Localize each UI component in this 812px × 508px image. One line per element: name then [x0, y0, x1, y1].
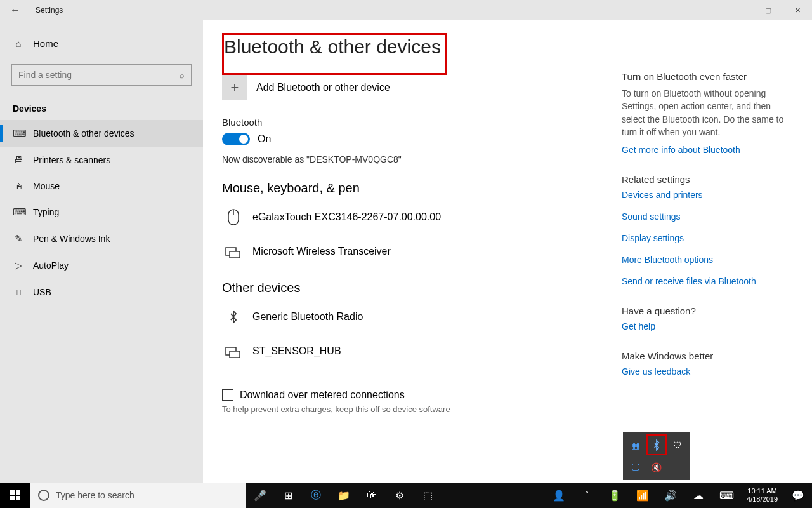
- home-icon: ⌂: [13, 38, 24, 49]
- nav-item-label: Pen & Windows Ink: [33, 234, 110, 244]
- svg-rect-6: [10, 490, 15, 495]
- minimize-button[interactable]: —: [724, 0, 754, 20]
- bluetooth-toggle[interactable]: [222, 133, 250, 145]
- link-more-bluetooth-options[interactable]: More Bluetooth options: [622, 255, 793, 265]
- link-send-receive-bluetooth[interactable]: Send or receive files via Bluetooth: [622, 276, 793, 286]
- discoverable-text: Now discoverable as "DESKTOP-MV0QGC8": [222, 154, 622, 164]
- svg-rect-3: [230, 251, 240, 258]
- titlebar: ← Settings — ▢ ✕: [0, 0, 812, 20]
- nav-autoplay[interactable]: ▷ AutoPlay: [0, 252, 203, 279]
- link-display-settings[interactable]: Display settings: [622, 233, 793, 243]
- metered-label: Download over metered connections: [240, 389, 405, 401]
- tray-volume-icon[interactable]: 🔇: [646, 457, 666, 478]
- mouse-icon: 🖱: [13, 180, 24, 191]
- link-sound-settings[interactable]: Sound settings: [622, 211, 793, 222]
- action-center-icon[interactable]: 💬: [784, 483, 812, 508]
- highlight-box: Bluetooth & other devices: [222, 33, 447, 75]
- mouse-icon: [225, 208, 242, 226]
- battery-icon[interactable]: 🔋: [601, 483, 629, 508]
- tray-bluetooth-icon[interactable]: [646, 434, 666, 455]
- feedback-title: Make Windows better: [622, 351, 793, 361]
- related-title: Related settings: [622, 174, 793, 185]
- file-explorer-icon[interactable]: 📁: [330, 483, 358, 508]
- transceiver-icon: [225, 243, 242, 260]
- right-column: Turn on Bluetooth even faster To turn on…: [622, 33, 793, 483]
- tray-popup: ▦ 🛡 🖵 🔇: [623, 432, 690, 480]
- device-label: Microsoft Wireless Transceiver: [252, 246, 391, 257]
- device-sensor-hub[interactable]: ST_SENSOR_HUB: [222, 337, 622, 371]
- input-icon[interactable]: ⌨: [712, 483, 740, 508]
- onedrive-icon[interactable]: ☁: [684, 483, 712, 508]
- autoplay-icon: ▷: [13, 260, 24, 271]
- store-icon[interactable]: 🛍: [358, 483, 386, 508]
- svg-rect-8: [10, 496, 15, 500]
- nav-home[interactable]: ⌂ Home: [0, 32, 203, 55]
- sidebar: ⌂ Home ⌕ Devices ⌨ Bluetooth & other dev…: [0, 20, 203, 483]
- settings-app-icon[interactable]: ⚙: [386, 483, 414, 508]
- svg-rect-7: [16, 490, 20, 495]
- tray-chevron-icon[interactable]: ˄: [573, 483, 601, 508]
- volume-icon[interactable]: 🔊: [657, 483, 684, 508]
- taskbar-search[interactable]: Type here to search: [30, 483, 246, 508]
- start-button[interactable]: [0, 483, 30, 508]
- nav-mouse[interactable]: 🖱 Mouse: [0, 173, 203, 199]
- pen-icon: ✎: [13, 233, 24, 244]
- nav-item-label: AutoPlay: [33, 260, 69, 271]
- maximize-button[interactable]: ▢: [754, 0, 783, 20]
- tip-title: Turn on Bluetooth even faster: [622, 71, 793, 82]
- page-title: Bluetooth & other devices: [224, 36, 441, 58]
- metered-checkbox[interactable]: [222, 389, 233, 401]
- link-devices-printers[interactable]: Devices and printers: [622, 190, 793, 200]
- question-title: Have a question?: [622, 305, 793, 316]
- metered-row[interactable]: Download over metered connections: [222, 389, 622, 401]
- close-button[interactable]: ✕: [783, 0, 812, 20]
- transceiver-icon: [225, 342, 242, 360]
- tray-display-icon[interactable]: 🖵: [625, 457, 645, 478]
- keyboard-icon: ⌨: [13, 128, 24, 139]
- back-button[interactable]: ←: [0, 4, 30, 16]
- section-label: Devices: [0, 95, 203, 120]
- link-get-help[interactable]: Get help: [622, 321, 793, 331]
- device-wireless-transceiver[interactable]: Microsoft Wireless Transceiver: [222, 237, 622, 272]
- device-label: Generic Bluetooth Radio: [252, 311, 363, 323]
- nav-usb[interactable]: ⎍ USB: [0, 279, 203, 305]
- nav-item-label: Bluetooth & other devices: [33, 128, 134, 138]
- tray-graphics-icon[interactable]: ▦: [625, 434, 645, 455]
- add-device-label: Add Bluetooth or other device: [256, 82, 390, 93]
- edge-icon[interactable]: ⓔ: [302, 483, 330, 508]
- link-more-bluetooth-info[interactable]: Get more info about Bluetooth: [622, 145, 793, 155]
- wifi-icon[interactable]: 📶: [629, 483, 657, 508]
- app-icon[interactable]: ⬚: [414, 483, 442, 508]
- device-egalaxtouch[interactable]: eGalaxTouch EXC3146-2267-07.00.00.00: [222, 203, 622, 237]
- bluetooth-state: On: [258, 133, 271, 145]
- content: Bluetooth & other devices + Add Bluetoot…: [222, 33, 622, 483]
- nav-printers-scanners[interactable]: 🖶 Printers & scanners: [0, 147, 203, 173]
- device-bluetooth-radio[interactable]: Generic Bluetooth Radio: [222, 303, 622, 337]
- clock[interactable]: 10:11 AM 4/18/2019: [740, 487, 784, 504]
- device-label: eGalaxTouch EXC3146-2267-07.00.00.00: [252, 211, 441, 223]
- clock-time: 10:11 AM: [747, 487, 778, 495]
- nav-bluetooth-devices[interactable]: ⌨ Bluetooth & other devices: [0, 120, 203, 147]
- cortana-icon: [38, 490, 49, 501]
- link-give-feedback[interactable]: Give us feedback: [622, 366, 793, 377]
- search-input[interactable]: [18, 70, 180, 80]
- add-device-button[interactable]: + Add Bluetooth or other device: [222, 75, 622, 100]
- keyboard-icon: ⌨: [13, 206, 24, 218]
- taskbar-search-placeholder: Type here to search: [56, 490, 134, 500]
- nav-item-label: Mouse: [33, 181, 60, 191]
- usb-icon: ⎍: [13, 286, 24, 297]
- nav-pen-ink[interactable]: ✎ Pen & Windows Ink: [0, 225, 203, 252]
- people-icon[interactable]: 👤: [545, 483, 573, 508]
- mic-icon[interactable]: 🎤: [246, 483, 274, 508]
- window-title: Settings: [30, 6, 63, 15]
- tray-security-icon[interactable]: 🛡: [668, 434, 688, 455]
- search-box[interactable]: ⌕: [11, 64, 192, 86]
- nav-home-label: Home: [33, 38, 58, 49]
- search-icon: ⌕: [180, 70, 185, 80]
- metered-help: To help prevent extra charges, keep this…: [222, 404, 622, 414]
- nav-typing[interactable]: ⌨ Typing: [0, 199, 203, 225]
- device-label: ST_SENSOR_HUB: [252, 345, 341, 357]
- task-view-icon[interactable]: ⊞: [274, 483, 302, 508]
- bluetooth-heading: Bluetooth: [222, 117, 622, 128]
- group-other-devices: Other devices: [222, 281, 622, 295]
